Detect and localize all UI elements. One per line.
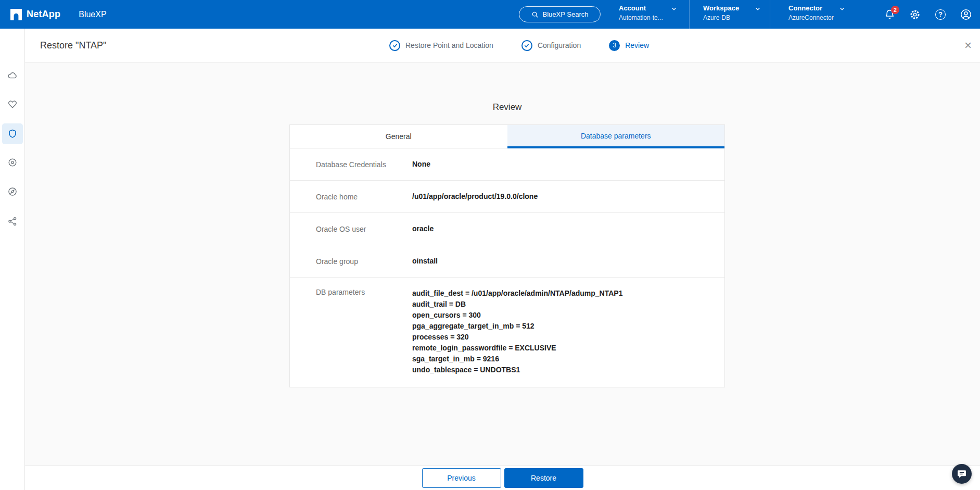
- row-value: /u01/app/oracle/product/19.0.0/clone: [412, 191, 548, 202]
- table-row: Oracle OS user oracle: [290, 213, 724, 245]
- step-number-circle: 3: [609, 40, 620, 51]
- notification-badge: 2: [891, 6, 899, 14]
- row-label: Database Credentials: [316, 160, 412, 169]
- wizard-header: Restore "NTAP" Restore Point and Locatio…: [25, 29, 980, 62]
- step-restore-point-and-location[interactable]: Restore Point and Location: [389, 40, 493, 51]
- sidebar-item-health[interactable]: [2, 94, 23, 115]
- row-value: audit_file_dest = /u01/app/oracle/admin/…: [412, 288, 633, 375]
- header-divider: [689, 0, 690, 29]
- compass-icon: [7, 186, 18, 197]
- workspace-menu-label: Workspace: [703, 4, 739, 12]
- search-icon: [531, 11, 539, 18]
- connector-menu-label: Connector: [788, 4, 822, 12]
- table-row: Database Credentials None: [290, 148, 724, 181]
- chat-launcher-button[interactable]: [952, 464, 972, 484]
- review-tabs: General Database parameters: [289, 124, 725, 148]
- netapp-logo-icon: [10, 9, 22, 20]
- step-label: Configuration: [538, 41, 581, 49]
- sidebar-item-protection[interactable]: [2, 123, 23, 144]
- step-check-circle: [521, 40, 532, 51]
- header-icon-group: 2 ?: [884, 0, 972, 29]
- check-icon: [524, 42, 530, 48]
- row-value: oracle: [412, 223, 444, 234]
- bluexp-search-button[interactable]: BlueXP Search: [519, 6, 601, 22]
- close-wizard-button[interactable]: ×: [964, 29, 972, 62]
- notifications-button[interactable]: 2: [884, 9, 895, 20]
- step-label: Review: [625, 41, 649, 49]
- chevron-down-icon: [754, 5, 761, 12]
- gear-icon: [909, 9, 921, 20]
- sidebar-item-mobility[interactable]: [2, 181, 23, 202]
- step-review[interactable]: 3 Review: [609, 40, 649, 51]
- row-value: oinstall: [412, 256, 448, 267]
- user-icon: [960, 9, 972, 20]
- table-row: Oracle group oinstall: [290, 245, 724, 278]
- disc-icon: [7, 157, 18, 168]
- shield-icon: [7, 129, 18, 139]
- cloud-icon: [7, 70, 18, 81]
- row-label: Oracle OS user: [316, 225, 412, 233]
- row-label: Oracle group: [316, 257, 412, 266]
- tab-general[interactable]: General: [290, 125, 507, 148]
- account-menu-value: Automation-te...: [619, 14, 663, 21]
- row-value: None: [412, 159, 441, 170]
- table-row: Oracle home /u01/app/oracle/product/19.0…: [290, 181, 724, 213]
- previous-button[interactable]: Previous: [422, 468, 501, 488]
- workspace-menu[interactable]: Workspace Azure-DB: [703, 0, 761, 29]
- row-label: Oracle home: [316, 193, 412, 201]
- product-name: BlueXP: [79, 10, 106, 19]
- check-icon: [392, 42, 398, 48]
- help-icon: ?: [935, 9, 946, 20]
- chevron-down-icon: [838, 5, 846, 12]
- sidebar-item-extend[interactable]: [2, 211, 23, 232]
- main-content: Review General Database parameters Datab…: [25, 62, 980, 466]
- restore-button[interactable]: Restore: [504, 468, 583, 488]
- tab-database-parameters[interactable]: Database parameters: [507, 125, 725, 148]
- page-title: Restore "NTAP": [40, 29, 106, 62]
- close-icon: ×: [964, 38, 972, 53]
- step-label: Restore Point and Location: [405, 41, 493, 49]
- wizard-footer: Previous Restore: [25, 466, 980, 490]
- brand: NetApp BlueXP: [10, 0, 107, 29]
- help-button[interactable]: ?: [935, 9, 946, 20]
- account-menu-label: Account: [619, 4, 646, 12]
- chat-bubble-icon: [957, 469, 967, 479]
- step-check-circle: [389, 40, 400, 51]
- account-menu[interactable]: Account Automation-te...: [619, 0, 678, 29]
- header-divider: [770, 0, 770, 29]
- review-table: Database Credentials None Oracle home /u…: [289, 148, 725, 387]
- row-label: DB parameters: [316, 288, 412, 296]
- step-configuration[interactable]: Configuration: [521, 40, 581, 51]
- user-account-button[interactable]: [960, 9, 972, 20]
- settings-button[interactable]: [909, 9, 921, 20]
- table-row: DB parameters audit_file_dest = /u01/app…: [290, 278, 724, 387]
- heart-icon: [7, 99, 18, 109]
- left-sidebar: [0, 29, 25, 490]
- chevron-down-icon: [670, 5, 678, 12]
- wizard-stepper: Restore Point and Location Configuration…: [389, 29, 677, 62]
- workspace-menu-value: Azure-DB: [703, 14, 730, 21]
- connector-menu[interactable]: Connector AzureConnector: [788, 0, 846, 29]
- sidebar-item-storage[interactable]: [2, 65, 23, 86]
- sidebar-item-governance[interactable]: [2, 152, 23, 173]
- brand-name: NetApp: [27, 9, 60, 20]
- search-label: BlueXP Search: [543, 10, 589, 18]
- review-heading: Review: [289, 102, 725, 112]
- share-nodes-icon: [7, 216, 18, 227]
- connector-menu-value: AzureConnector: [788, 14, 834, 21]
- app-header: NetApp BlueXP BlueXP Search Account Auto…: [0, 0, 980, 29]
